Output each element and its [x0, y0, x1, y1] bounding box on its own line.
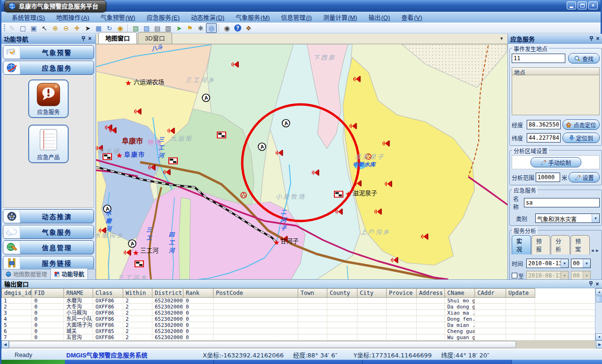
- alarm-speaker-icon[interactable]: [420, 233, 429, 240]
- column-header[interactable]: RNAME: [64, 288, 93, 298]
- menu-item[interactable]: 气象服务(M): [230, 12, 276, 23]
- dropdown-arrow-icon[interactable]: ▼: [561, 259, 568, 268]
- toolbar-grip[interactable]: [4, 24, 5, 32]
- service-type-select[interactable]: 气象和洪水灾害 ▼: [535, 214, 600, 223]
- print-icon[interactable]: ▤: [152, 23, 163, 33]
- alarm-speaker-icon[interactable]: [123, 249, 132, 256]
- taskbar-item[interactable]: [363, 360, 512, 364]
- table-row[interactable]: 40东风一小队OXFF86 26523020000 Dong fen...: [1, 316, 595, 322]
- column-header[interactable]: Town: [298, 288, 327, 298]
- table-row[interactable]: 50大面场子沟OXFF86 26523020000 Da mian ...: [1, 322, 595, 328]
- alarm-speaker-icon[interactable]: [382, 140, 390, 147]
- alarm-speaker-icon[interactable]: [311, 169, 320, 176]
- column-header[interactable]: FID: [32, 288, 64, 298]
- alarm-speaker-icon[interactable]: [374, 208, 382, 215]
- settings-gear-icon[interactable]: ✱: [195, 23, 206, 33]
- station-flag-icon[interactable]: [334, 191, 343, 198]
- table-horizontal-scrollbar[interactable]: ◀ ▶: [1, 340, 602, 348]
- goto-locate-button[interactable]: 定位到: [562, 133, 600, 143]
- table-row[interactable]: 70五官沟OXFF86 26523020000 Wu guan gou: [1, 334, 595, 340]
- close-button[interactable]: ×: [588, 1, 598, 9]
- tab-scroll-left-icon[interactable]: ◀: [590, 247, 595, 254]
- select-element-icon[interactable]: □: [17, 23, 28, 33]
- alarm-speaker-icon[interactable]: [349, 123, 357, 129]
- scroll-thumb[interactable]: [9, 341, 516, 348]
- identify-arrow-icon[interactable]: ➤: [174, 23, 184, 33]
- label-pin-icon[interactable]: ⚑: [184, 23, 195, 33]
- zoom-in-icon[interactable]: ⊕: [50, 23, 61, 33]
- to-checkbox[interactable]: [512, 273, 517, 278]
- tab-scroll-right-icon[interactable]: ▶: [595, 247, 600, 254]
- emergency-product-button[interactable]: 应急产品: [28, 125, 69, 163]
- column-header[interactable]: CName: [445, 288, 475, 298]
- column-header[interactable]: Update: [506, 288, 535, 298]
- pointer-icon[interactable]: ➤: [82, 23, 93, 33]
- location-search-input[interactable]: [512, 54, 565, 63]
- menu-item[interactable]: 动态推演(D): [185, 12, 230, 23]
- map-tabs-dropdown-icon[interactable]: ▼: [499, 36, 504, 41]
- visibility-eye-icon[interactable]: ◉: [222, 23, 232, 33]
- alarm-speaker-icon[interactable]: [335, 208, 343, 215]
- nav-group-weather-warning[interactable]: 气象预警: [3, 45, 94, 59]
- tab-function-nav[interactable]: 功能导航: [50, 268, 88, 279]
- alarm-speaker-icon[interactable]: [231, 61, 239, 68]
- weather-station-icon[interactable]: A: [282, 119, 291, 128]
- manual-draw-button[interactable]: 手动绘制: [531, 157, 581, 167]
- menu-item[interactable]: 气象预警(W): [95, 12, 141, 23]
- taskbar-item[interactable]: [65, 360, 214, 364]
- full-extent-icon[interactable]: ▦: [93, 23, 104, 33]
- export-image-icon[interactable]: ▨: [141, 23, 152, 33]
- alarm-speaker-icon[interactable]: [390, 257, 399, 263]
- help-icon[interactable]: ?: [232, 23, 243, 33]
- place-list-header[interactable]: 地点: [512, 67, 600, 75]
- table-row[interactable]: 20大冬沟OXFF86 26523020000 Da dong gou: [1, 304, 595, 310]
- menu-item[interactable]: 查看(V): [396, 12, 428, 23]
- column-header[interactable]: dmgis_id: [1, 288, 32, 298]
- pin-icon[interactable]: [80, 35, 87, 42]
- menu-item[interactable]: 应急服务(E): [141, 12, 185, 23]
- select-rect-icon[interactable]: ▣: [28, 23, 39, 33]
- column-header[interactable]: Class: [93, 288, 123, 298]
- scroll-left-icon[interactable]: ◀: [1, 340, 9, 348]
- station-flag-icon[interactable]: [168, 158, 178, 165]
- map-tab[interactable]: 地图窗口: [98, 32, 137, 44]
- weather-station-icon[interactable]: A: [258, 142, 267, 151]
- longitude-input[interactable]: [527, 120, 561, 129]
- alarm-speaker-icon[interactable]: [163, 169, 171, 175]
- nav-group-info-management[interactable]: 信息管理: [3, 240, 94, 254]
- scroll-right-icon[interactable]: ▶: [596, 340, 602, 348]
- column-header[interactable]: Within: [123, 288, 152, 298]
- globe-service-icon[interactable]: ◎: [206, 23, 217, 33]
- nav-group-dynamic-deduction[interactable]: 动态推演: [3, 209, 94, 223]
- menu-item[interactable]: 地图操作(A): [50, 12, 95, 23]
- emergency-service-button[interactable]: 应急服务: [28, 79, 69, 118]
- alarm-speaker-icon[interactable]: [134, 108, 142, 115]
- close-icon[interactable]: ×: [87, 35, 93, 42]
- menu-item[interactable]: 测量计算(M): [317, 12, 363, 23]
- taskbar-item[interactable]: [214, 360, 363, 364]
- table-row[interactable]: 30小马厩沟OXFF86 26523020000 Xiao ma ...: [1, 310, 595, 316]
- close-icon[interactable]: ×: [594, 281, 601, 287]
- pin-icon[interactable]: [588, 35, 594, 42]
- pan-hand-icon[interactable]: ✚: [71, 23, 82, 33]
- column-header[interactable]: PostCode: [214, 288, 298, 298]
- alarm-speaker-icon[interactable]: [353, 76, 361, 82]
- column-header[interactable]: Address: [417, 288, 445, 298]
- analysis-tab[interactable]: 分析: [551, 235, 570, 254]
- weather-station-icon[interactable]: A: [128, 239, 137, 248]
- column-header[interactable]: Provice: [387, 288, 417, 298]
- latitude-input[interactable]: [527, 133, 561, 142]
- menu-item[interactable]: 信息管理(I): [276, 12, 317, 23]
- analysis-tab[interactable]: 预报: [531, 235, 551, 254]
- analysis-tab[interactable]: 实况: [512, 235, 531, 254]
- scroll-track[interactable]: [516, 340, 596, 348]
- nav-group-weather-service[interactable]: 气象服务: [3, 225, 94, 239]
- menu-item[interactable]: 系统管理(S): [6, 12, 50, 23]
- scroll-down-icon[interactable]: ▼: [595, 333, 602, 340]
- table-vertical-scrollbar[interactable]: ▲ ▼: [595, 288, 602, 340]
- close-icon[interactable]: ×: [594, 35, 601, 42]
- dropdown-arrow-icon[interactable]: ▼: [592, 214, 599, 222]
- hour-select[interactable]: 00 ▼: [571, 259, 591, 268]
- find-button[interactable]: 查找: [568, 53, 600, 63]
- table-row[interactable]: 10水磨沟OXFF86 26523020000 Shui mo gou: [1, 298, 595, 304]
